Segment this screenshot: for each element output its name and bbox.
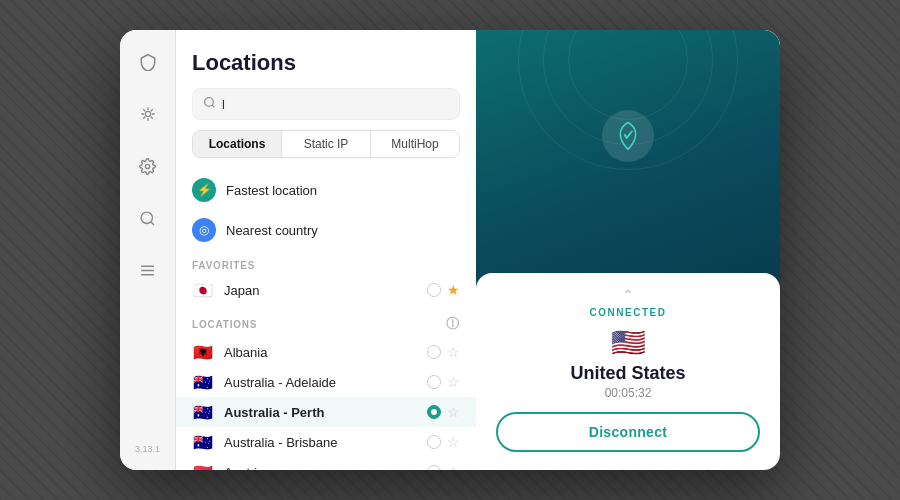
fastest-location-item[interactable]: ⚡ Fastest location bbox=[176, 170, 476, 210]
tab-static-ip[interactable]: Static IP bbox=[282, 131, 371, 157]
albania-star[interactable]: ☆ bbox=[447, 345, 460, 359]
gear-icon[interactable] bbox=[132, 150, 164, 182]
app-window: 3.13.1 Locations Locations Static IP Mul… bbox=[120, 30, 780, 470]
albania-flag: 🇦🇱 bbox=[192, 344, 214, 360]
shield-icon[interactable] bbox=[132, 46, 164, 78]
aus-perth-flag: 🇦🇺 bbox=[192, 404, 214, 420]
fastest-icon: ⚡ bbox=[192, 178, 216, 202]
austria-flag: 🇦🇹 bbox=[192, 464, 214, 470]
aus-adelaide-dot bbox=[427, 375, 441, 389]
country-name: United States bbox=[570, 363, 685, 384]
right-panel: ⌃ CONNECTED 🇺🇸 United States 00:05:32 Di… bbox=[476, 30, 780, 470]
panel-title: Locations bbox=[192, 50, 460, 76]
austria-star[interactable]: ☆ bbox=[447, 465, 460, 470]
tab-multihop[interactable]: MultiHop bbox=[371, 131, 459, 157]
connection-time: 00:05:32 bbox=[605, 386, 652, 400]
connected-status: CONNECTED bbox=[590, 307, 667, 318]
albania-item[interactable]: 🇦🇱 Albania ☆ bbox=[176, 337, 476, 367]
settings-icon[interactable] bbox=[132, 254, 164, 286]
japan-dot bbox=[427, 283, 441, 297]
aus-brisbane-actions: ☆ bbox=[427, 435, 460, 449]
svg-line-8 bbox=[212, 105, 214, 107]
list-area: ⚡ Fastest location ◎ Nearest country FAV… bbox=[176, 170, 476, 470]
search-input[interactable] bbox=[222, 97, 449, 112]
svg-point-2 bbox=[141, 212, 152, 223]
nearest-label: Nearest country bbox=[226, 223, 318, 238]
search-nav-icon[interactable] bbox=[132, 202, 164, 234]
favorite-japan[interactable]: 🇯🇵 Japan ★ bbox=[176, 275, 476, 305]
favorites-header: FAVORITES bbox=[176, 250, 476, 275]
aus-brisbane-star[interactable]: ☆ bbox=[447, 435, 460, 449]
vpn-logo bbox=[602, 110, 654, 162]
aus-brisbane-flag: 🇦🇺 bbox=[192, 434, 214, 450]
country-flag-large: 🇺🇸 bbox=[611, 326, 646, 359]
albania-dot bbox=[427, 345, 441, 359]
tab-locations[interactable]: Locations bbox=[193, 131, 282, 157]
aus-adelaide-flag: 🇦🇺 bbox=[192, 374, 214, 390]
locations-section-header: LOCATIONS ⓘ bbox=[176, 305, 476, 337]
aus-perth-item[interactable]: 🇦🇺 Australia - Perth ☆ bbox=[176, 397, 476, 427]
aus-brisbane-dot bbox=[427, 435, 441, 449]
japan-actions: ★ bbox=[427, 283, 460, 297]
tab-row: Locations Static IP MultiHop bbox=[192, 130, 460, 158]
info-icon: ⓘ bbox=[446, 315, 460, 333]
austria-dot bbox=[427, 465, 441, 470]
connected-card: ⌃ CONNECTED 🇺🇸 United States 00:05:32 Di… bbox=[476, 273, 780, 470]
aus-perth-actions: ☆ bbox=[427, 405, 460, 419]
aus-adelaide-star[interactable]: ☆ bbox=[447, 375, 460, 389]
app-version: 3.13.1 bbox=[135, 444, 160, 454]
bug-icon[interactable] bbox=[132, 98, 164, 130]
aus-perth-name: Australia - Perth bbox=[224, 405, 417, 420]
albania-actions: ☆ bbox=[427, 345, 460, 359]
austria-actions: ☆ bbox=[427, 465, 460, 470]
aus-adelaide-name: Australia - Adelaide bbox=[224, 375, 417, 390]
aus-perth-star[interactable]: ☆ bbox=[447, 405, 460, 419]
svg-point-1 bbox=[145, 164, 149, 168]
search-input-icon bbox=[203, 96, 216, 112]
albania-name: Albania bbox=[224, 345, 417, 360]
svg-line-3 bbox=[151, 221, 154, 224]
austria-name: Austria bbox=[224, 465, 417, 471]
sidebar: 3.13.1 bbox=[120, 30, 176, 470]
austria-item[interactable]: 🇦🇹 Austria ☆ bbox=[176, 457, 476, 470]
nearest-country-item[interactable]: ◎ Nearest country bbox=[176, 210, 476, 250]
chevron-up-icon[interactable]: ⌃ bbox=[622, 287, 634, 303]
aus-adelaide-item[interactable]: 🇦🇺 Australia - Adelaide ☆ bbox=[176, 367, 476, 397]
svg-point-0 bbox=[145, 111, 150, 116]
svg-point-7 bbox=[205, 98, 214, 107]
left-panel: Locations Locations Static IP MultiHop ⚡… bbox=[176, 30, 476, 470]
aus-perth-dot bbox=[427, 405, 441, 419]
aus-brisbane-name: Australia - Brisbane bbox=[224, 435, 417, 450]
panel-header: Locations Locations Static IP MultiHop bbox=[176, 30, 476, 170]
search-bar bbox=[192, 88, 460, 120]
fastest-label: Fastest location bbox=[226, 183, 317, 198]
japan-flag: 🇯🇵 bbox=[192, 282, 214, 298]
nearest-icon: ◎ bbox=[192, 218, 216, 242]
japan-name: Japan bbox=[224, 283, 417, 298]
japan-star[interactable]: ★ bbox=[447, 283, 460, 297]
disconnect-button[interactable]: Disconnect bbox=[496, 412, 760, 452]
aus-brisbane-item[interactable]: 🇦🇺 Australia - Brisbane ☆ bbox=[176, 427, 476, 457]
aus-adelaide-actions: ☆ bbox=[427, 375, 460, 389]
